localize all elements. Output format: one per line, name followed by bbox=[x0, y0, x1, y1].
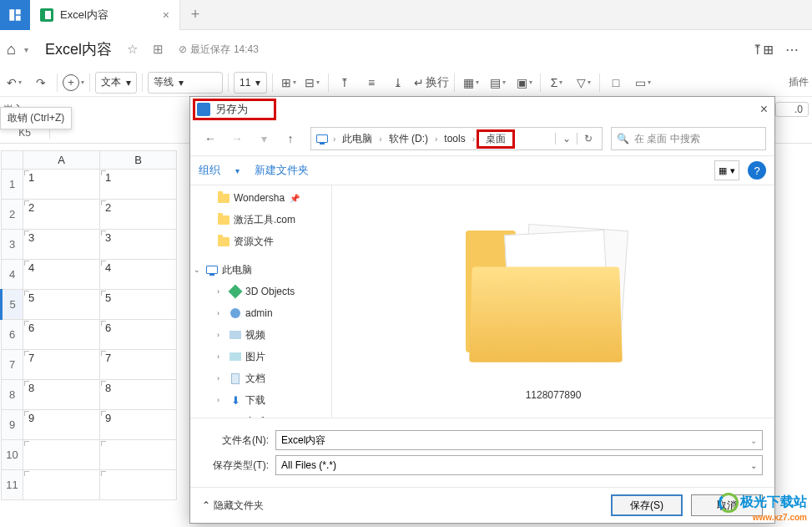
cell[interactable]: 8 bbox=[23, 380, 100, 410]
column-header[interactable]: A bbox=[23, 151, 100, 170]
up-button[interactable]: ↑ bbox=[279, 127, 302, 150]
row-header[interactable]: 5 bbox=[2, 290, 23, 320]
tree-item[interactable]: 资源文件 bbox=[190, 231, 331, 252]
search-input[interactable]: 🔍 在 桌面 中搜索 bbox=[611, 127, 766, 150]
folder-content[interactable]: 1128077890 bbox=[332, 185, 774, 418]
filter-button[interactable]: ▽▾ bbox=[572, 72, 594, 94]
view-mode-button[interactable]: ▦ ▾ bbox=[714, 160, 739, 180]
tree-item[interactable]: ›admin bbox=[190, 302, 331, 324]
cell[interactable]: 5 bbox=[100, 290, 177, 320]
chevron-down-icon[interactable]: ▾ bbox=[24, 45, 28, 54]
chevron-right-icon[interactable]: › bbox=[433, 134, 439, 144]
cell[interactable]: 7 bbox=[23, 350, 100, 380]
cell[interactable]: 6 bbox=[23, 320, 100, 350]
cell[interactable]: 5 bbox=[23, 290, 100, 320]
row-header[interactable]: 9 bbox=[2, 410, 23, 440]
back-button[interactable]: ← bbox=[199, 127, 222, 150]
refresh-button[interactable]: ↻ bbox=[577, 133, 598, 144]
chevron-right-icon[interactable]: › bbox=[377, 134, 383, 144]
cell[interactable]: 7 bbox=[100, 350, 177, 380]
chevron-right-icon[interactable]: › bbox=[331, 134, 337, 144]
row-header[interactable]: 8 bbox=[2, 380, 23, 410]
row-header[interactable]: 1 bbox=[2, 170, 23, 200]
close-tab-icon[interactable]: × bbox=[163, 8, 169, 22]
tree-item[interactable]: ›文档 bbox=[190, 367, 331, 389]
row-header[interactable]: 10 bbox=[2, 440, 23, 470]
recent-dropdown[interactable]: ▾ bbox=[252, 127, 275, 150]
row-header[interactable]: 7 bbox=[2, 350, 23, 380]
tree-item[interactable]: ›图片 bbox=[190, 346, 331, 367]
close-icon[interactable]: × bbox=[760, 102, 768, 117]
star-icon[interactable]: ☆ bbox=[127, 42, 138, 57]
cell[interactable] bbox=[100, 440, 177, 470]
breadcrumb-dropdown[interactable]: ⌄ bbox=[555, 133, 577, 144]
organize-button[interactable]: 组织 bbox=[199, 163, 220, 178]
cell[interactable]: 3 bbox=[100, 230, 177, 260]
cell[interactable]: 9 bbox=[100, 410, 177, 440]
row-header[interactable]: 4 bbox=[2, 260, 23, 290]
cell[interactable]: 4 bbox=[23, 260, 100, 290]
insert-button[interactable]: +▾ bbox=[63, 72, 84, 94]
font-dropdown[interactable]: 等线▾ bbox=[148, 72, 223, 94]
fill-button[interactable]: ▤▾ bbox=[487, 72, 508, 94]
align-bottom-icon[interactable]: ⤓ bbox=[387, 72, 409, 94]
save-button[interactable]: 保存(S) bbox=[611, 494, 683, 516]
breadcrumb[interactable]: › 此电脑 › 软件 (D:) › tools › 桌面 ⌄ ↻ bbox=[310, 127, 603, 150]
clear-button[interactable]: ▣▾ bbox=[513, 72, 535, 94]
cell[interactable]: 1 bbox=[100, 170, 177, 200]
tree-item[interactable]: ›3D Objects bbox=[190, 281, 331, 302]
hide-folders-toggle[interactable]: ⌃隐藏文件夹 bbox=[202, 499, 264, 513]
document-tab[interactable]: Excel内容 × bbox=[30, 0, 180, 30]
breadcrumb-item[interactable]: 此电脑 bbox=[339, 132, 376, 146]
breadcrumb-item[interactable]: 软件 (D:) bbox=[386, 132, 431, 146]
undo-button[interactable]: ↶▾ bbox=[3, 72, 25, 94]
forward-button[interactable]: → bbox=[225, 127, 249, 150]
cell[interactable] bbox=[100, 470, 177, 500]
more-icon[interactable]: ⋯ bbox=[785, 42, 799, 58]
decimal-field2[interactable]: .0 bbox=[775, 102, 809, 117]
align-top-icon[interactable]: ⤒ bbox=[334, 72, 356, 94]
cell[interactable]: 2 bbox=[100, 200, 177, 230]
cell[interactable]: 6 bbox=[100, 320, 177, 350]
cell[interactable] bbox=[23, 470, 100, 500]
breadcrumb-item-current[interactable]: 桌面 bbox=[477, 129, 515, 149]
column-header[interactable]: B bbox=[100, 151, 177, 170]
filetype-select[interactable]: All Files (*.*)⌄ bbox=[275, 455, 763, 475]
cell[interactable]: 2 bbox=[23, 200, 100, 230]
row-col-button[interactable]: ▭▾ bbox=[632, 72, 653, 94]
new-tab-button[interactable]: + bbox=[180, 6, 210, 23]
select-all-corner[interactable] bbox=[2, 151, 23, 170]
breadcrumb-item[interactable]: tools bbox=[441, 133, 468, 144]
fontsize-dropdown[interactable]: 11▾ bbox=[234, 72, 267, 94]
row-header[interactable]: 11 bbox=[2, 470, 23, 500]
cell[interactable]: 3 bbox=[23, 230, 100, 260]
cell-button[interactable]: □ bbox=[605, 72, 627, 94]
filename-input[interactable]: Excel内容⌄ bbox=[275, 430, 763, 450]
folder-item[interactable] bbox=[466, 210, 641, 384]
export-icon[interactable]: ⤒⊞ bbox=[752, 42, 774, 58]
wrap-button[interactable]: ↵ 换行 bbox=[414, 72, 449, 94]
tree-item-pc[interactable]: ⌄此电脑 bbox=[190, 259, 331, 281]
tree-item[interactable]: 激活工具.com bbox=[190, 209, 331, 231]
border-button[interactable]: ⊞▾ bbox=[278, 72, 300, 94]
formula-button[interactable]: Σ▾ bbox=[546, 72, 567, 94]
dropdown-icon[interactable]: ▾ bbox=[235, 166, 240, 175]
merge-button[interactable]: ⊟▾ bbox=[301, 72, 323, 94]
new-folder-button[interactable]: 新建文件夹 bbox=[255, 163, 309, 178]
cell[interactable]: 1 bbox=[23, 170, 100, 200]
row-header[interactable]: 6 bbox=[2, 320, 23, 350]
tree-item[interactable]: ›⬇下载 bbox=[190, 389, 331, 411]
tree-item[interactable]: Wondersha📌 bbox=[190, 187, 331, 209]
plugins-label[interactable]: 插件 bbox=[789, 75, 809, 89]
redo-button[interactable]: ↷ bbox=[30, 72, 52, 94]
cell[interactable]: 8 bbox=[100, 380, 177, 410]
cell[interactable]: 4 bbox=[100, 260, 177, 290]
add-box-icon[interactable]: ⊞ bbox=[153, 42, 164, 57]
cell[interactable] bbox=[23, 440, 100, 470]
format-dropdown[interactable]: 文本▾ bbox=[95, 72, 137, 94]
tree-item[interactable]: ›视频 bbox=[190, 324, 331, 346]
row-header[interactable]: 3 bbox=[2, 230, 23, 260]
align-middle-icon[interactable]: ≡ bbox=[361, 72, 382, 94]
help-button[interactable]: ? bbox=[748, 161, 766, 180]
row-header[interactable]: 2 bbox=[2, 200, 23, 230]
